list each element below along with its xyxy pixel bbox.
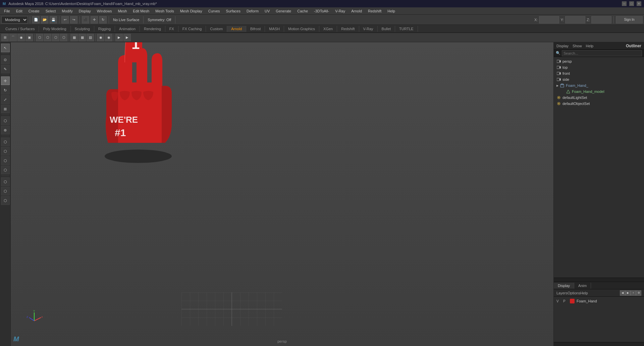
tree-item-foam-hand-group[interactable]: ▶ Foam_Hand_ xyxy=(554,82,644,89)
tree-item-default-light-set[interactable]: defaultLightSet xyxy=(554,95,644,101)
connect-button[interactable]: ⬡ xyxy=(60,34,67,41)
layer-row-foam-hand[interactable]: V P Foam_Hand xyxy=(554,298,644,304)
expand-arrow-foam-hand[interactable]: ▶ xyxy=(556,84,558,87)
menu-generate[interactable]: Generate xyxy=(273,8,294,14)
tab-turtle[interactable]: TURTLE xyxy=(395,26,418,32)
z-input[interactable] xyxy=(591,16,611,23)
tree-item-top[interactable]: top xyxy=(554,64,644,70)
tree-item-front[interactable]: front xyxy=(554,70,644,76)
tab-sculpting[interactable]: Sculpting xyxy=(71,26,94,32)
menu-edit[interactable]: Edit xyxy=(13,8,25,14)
sign-in-button[interactable]: Sign In xyxy=(616,16,643,23)
menu-mesh-display[interactable]: Mesh Display xyxy=(177,8,205,14)
tab-bullet[interactable]: Bullet xyxy=(378,26,395,32)
tab-poly-modeling[interactable]: Poly Modeling xyxy=(39,26,70,32)
close-button[interactable]: ✕ xyxy=(637,1,641,6)
rotate-button[interactable]: ↻ xyxy=(99,16,107,23)
menu-edit-mesh[interactable]: Edit Mesh xyxy=(130,8,152,14)
outliner-search-input[interactable] xyxy=(562,50,642,56)
playblast-button[interactable]: ▶ xyxy=(115,34,123,41)
menu-modify[interactable]: Modify xyxy=(59,8,75,14)
tree-item-persp[interactable]: persp xyxy=(554,58,644,64)
menu-surfaces[interactable]: Surfaces xyxy=(223,8,243,14)
title-bar-right[interactable]: ─ □ ✕ xyxy=(622,1,641,6)
custom-tool2[interactable]: ⬡ xyxy=(1,147,10,156)
layer-add-btn[interactable]: + xyxy=(631,290,636,296)
menu-mesh[interactable]: Mesh xyxy=(115,8,129,14)
viewport[interactable]: View Shading Lighting Show Renderer Pane… xyxy=(11,42,553,346)
snap-surface-button[interactable]: ▣ xyxy=(25,34,33,41)
undo-button[interactable]: ↩ xyxy=(61,16,69,23)
menu-deform[interactable]: Deform xyxy=(244,8,261,14)
menu-vray[interactable]: V-Ray xyxy=(332,8,348,14)
save-scene-button[interactable]: 💾 xyxy=(50,16,57,23)
tree-item-default-object-set[interactable]: defaultObjectSet xyxy=(554,101,644,107)
redo-button[interactable]: ↪ xyxy=(70,16,77,23)
edge-button[interactable]: ▦ xyxy=(78,34,86,41)
tab-redshift[interactable]: Redshift xyxy=(337,26,359,32)
soft-select-tool[interactable]: ⬡ xyxy=(1,116,10,125)
render-tool[interactable]: ⬡ xyxy=(1,177,10,186)
workspace-selector[interactable]: Modeling xyxy=(1,16,28,23)
tab-rendering[interactable]: Rendering xyxy=(140,26,165,32)
menu-help[interactable]: Help xyxy=(385,8,398,14)
custom-tool1[interactable]: ⬡ xyxy=(1,137,10,146)
show-manipulator-tool[interactable]: ⊛ xyxy=(1,126,10,134)
tab-custom[interactable]: Custom xyxy=(206,26,227,32)
outliner-help-tab[interactable]: Help xyxy=(586,44,594,48)
custom-tool4[interactable]: ⬡ xyxy=(1,166,10,174)
layers-options-btn[interactable]: Options xyxy=(568,291,580,295)
menu-file[interactable]: File xyxy=(1,8,13,14)
select-tool[interactable]: ↖ xyxy=(1,44,10,52)
soft-select-button[interactable]: ⬡ xyxy=(36,34,43,41)
isolate-button[interactable]: ◉ xyxy=(97,34,104,41)
x-input[interactable] xyxy=(539,16,559,23)
universal-tool[interactable]: ⊞ xyxy=(1,105,10,113)
camera-tool[interactable]: ⬡ xyxy=(1,187,10,195)
translate-button[interactable]: ✛ xyxy=(91,16,98,23)
minimize-button[interactable]: ─ xyxy=(622,1,627,6)
layer-playback[interactable]: P xyxy=(563,299,568,303)
scale-tool[interactable]: ⤢ xyxy=(1,95,10,104)
layer-visibility[interactable]: V xyxy=(556,299,561,303)
snap-grid-button[interactable]: ⊞ xyxy=(1,34,9,41)
menu-select[interactable]: Select xyxy=(43,8,59,14)
tab-fx[interactable]: FX xyxy=(165,26,178,32)
wireframe-button[interactable]: ▦ xyxy=(70,34,78,41)
outliner-display-tab[interactable]: Display xyxy=(556,44,569,48)
custom-tool3[interactable]: ⬡ xyxy=(1,156,10,165)
layers-h-scrollbar[interactable] xyxy=(554,342,644,346)
tab-mash[interactable]: MASH xyxy=(265,26,284,32)
menu-curves[interactable]: Curves xyxy=(206,8,223,14)
display-layer-tab[interactable]: Display xyxy=(554,283,574,289)
tab-bifrost[interactable]: Bifrost xyxy=(246,26,265,32)
mirror-button[interactable]: ⬡ xyxy=(52,34,59,41)
render-button[interactable]: ▶ xyxy=(123,34,131,41)
tab-curves-surfaces[interactable]: Curves / Surfaces xyxy=(1,26,39,32)
select-mode-button[interactable]: ⬛ xyxy=(82,16,89,23)
tab-xgen[interactable]: XGen xyxy=(319,26,337,32)
menu-create[interactable]: Create xyxy=(26,8,42,14)
tab-rigging[interactable]: Rigging xyxy=(94,26,115,32)
menu-arnold[interactable]: Arnold xyxy=(348,8,365,14)
show-button[interactable]: ◉ xyxy=(105,34,112,41)
outliner-show-tab[interactable]: Show xyxy=(573,44,582,48)
symmetry-button[interactable]: ⬡ xyxy=(44,34,51,41)
layer-next-btn[interactable]: ▶ xyxy=(625,290,631,296)
layers-layers-btn[interactable]: Layers xyxy=(556,291,568,295)
menu-3dto[interactable]: -3DToAll- xyxy=(311,8,332,14)
rotate-tool[interactable]: ↻ xyxy=(1,86,10,95)
open-scene-button[interactable]: 📂 xyxy=(41,16,48,23)
xray-button[interactable]: ▧ xyxy=(87,34,94,41)
tab-motion-graphics[interactable]: Motion Graphics xyxy=(284,26,319,32)
snap-curve-button[interactable]: ⌒ xyxy=(9,34,17,41)
tab-fx-caching[interactable]: FX Caching xyxy=(178,26,206,32)
menu-cache[interactable]: Cache xyxy=(294,8,311,14)
tab-animation[interactable]: Animation xyxy=(115,26,140,32)
menu-redshift[interactable]: Redshift xyxy=(365,8,384,14)
tab-vray[interactable]: V-Ray xyxy=(359,26,378,32)
new-scene-button[interactable]: 📄 xyxy=(32,16,40,23)
anim-layer-tab[interactable]: Anim xyxy=(574,283,591,289)
tree-item-foam-hand-model[interactable]: Foam_Hand_model xyxy=(554,89,644,95)
menu-uv[interactable]: UV xyxy=(262,8,272,14)
